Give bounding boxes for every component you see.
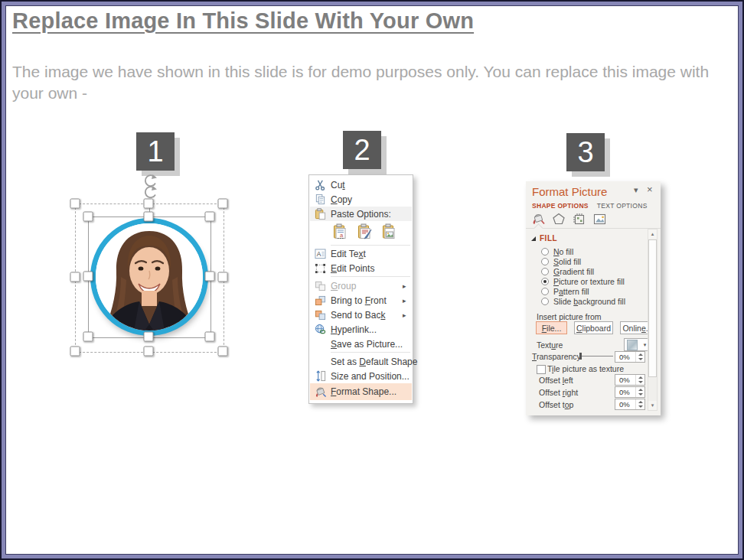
selection-handle[interactable] xyxy=(205,332,215,342)
menu-item-label: Format Shape... xyxy=(331,386,412,397)
selection-handle[interactable] xyxy=(83,332,93,342)
submenu-arrow-icon: ▸ xyxy=(403,311,412,319)
button-label: Clipboard xyxy=(576,324,611,333)
panel-icon-row xyxy=(532,213,606,225)
menu-item-hyperlink[interactable]: Hyperlink... xyxy=(310,322,412,337)
step-badge-2: 2 xyxy=(343,131,381,169)
page-description: The image we have shown in this slide is… xyxy=(12,61,730,104)
edit-text-icon: A xyxy=(310,249,331,259)
size-properties-icon[interactable] xyxy=(573,213,586,225)
spinner-value: 0% xyxy=(619,388,630,396)
menu-item-label: Send to Back xyxy=(331,310,403,321)
offset-right-label: Offset right xyxy=(539,388,578,397)
radio-solid-fill[interactable]: Solid fill xyxy=(541,257,581,266)
offset-left-label: Offset left xyxy=(539,376,573,385)
selected-picture[interactable] xyxy=(90,218,208,336)
clipboard-button[interactable]: Clipboard xyxy=(574,321,613,334)
copy-icon xyxy=(310,194,331,205)
radio-icon xyxy=(541,288,549,295)
menu-item-label: Group xyxy=(331,281,403,291)
menu-item-size-and-position[interactable]: Size and Position... xyxy=(310,369,412,383)
selection-handle[interactable] xyxy=(83,272,93,282)
spin-down-icon[interactable] xyxy=(636,392,644,398)
paste-options-row: a xyxy=(331,222,399,242)
radio-gradient-fill[interactable]: Gradient fill xyxy=(541,267,594,276)
spin-down-icon[interactable] xyxy=(636,405,644,410)
selection-handle[interactable] xyxy=(70,199,80,209)
paste-icon xyxy=(310,208,331,220)
size-and-position-icon xyxy=(310,370,331,382)
menu-item-edit-text[interactable]: A Edit Text xyxy=(310,246,412,261)
submenu-arrow-icon: ▸ xyxy=(403,297,412,304)
fill-section-header[interactable]: FILL xyxy=(531,234,557,243)
menu-item-send-to-back[interactable]: Send to Back ▸ xyxy=(310,308,412,322)
file-button[interactable]: File... xyxy=(536,321,567,334)
radio-pattern-fill[interactable]: Pattern fill xyxy=(541,287,589,296)
send-to-back-icon xyxy=(310,310,331,321)
selection-handle[interactable] xyxy=(144,199,154,209)
selection-handle[interactable] xyxy=(70,347,80,357)
spin-down-icon[interactable] xyxy=(636,357,644,363)
menu-item-format-shape[interactable]: Format Shape... xyxy=(310,383,412,400)
selection-handle[interactable] xyxy=(205,212,215,222)
paste-use-destination-theme-icon[interactable] xyxy=(355,222,374,242)
spinner-value: 0% xyxy=(619,376,630,384)
menu-item-cut[interactable]: Cut xyxy=(310,177,412,192)
effects-icon[interactable] xyxy=(553,213,565,225)
menu-item-paste-options[interactable]: Paste Options: xyxy=(310,207,412,221)
selection-handle[interactable] xyxy=(218,347,228,357)
selection-handle[interactable] xyxy=(205,272,215,282)
menu-item-copy[interactable]: Copy xyxy=(310,192,412,207)
offset-left-spinner[interactable]: 0% xyxy=(615,374,645,386)
offset-right-spinner[interactable]: 0% xyxy=(615,386,645,398)
menu-item-set-as-default-shape[interactable]: Set as Default Shape xyxy=(310,354,412,369)
scroll-down-icon[interactable]: ▾ xyxy=(648,401,657,410)
spinner-buttons xyxy=(635,399,644,409)
menu-item-save-as-picture[interactable]: Save as Picture... xyxy=(310,337,412,351)
scroll-up-icon[interactable]: ▴ xyxy=(648,230,657,239)
transparency-slider-track[interactable] xyxy=(582,356,613,357)
svg-text:A: A xyxy=(317,250,321,258)
radio-label: No fill xyxy=(553,247,573,256)
edit-points-icon xyxy=(310,263,331,274)
selection-handle[interactable] xyxy=(218,272,228,282)
step-number: 1 xyxy=(147,135,163,168)
menu-item-label: Set as Default Shape xyxy=(331,357,417,367)
menu-item-label: Cut xyxy=(331,180,412,190)
radio-no-fill[interactable]: No fill xyxy=(541,247,573,256)
tile-picture-checkbox[interactable] xyxy=(537,365,546,374)
insert-picture-from-label: Insert picture from xyxy=(537,312,602,321)
menu-separator xyxy=(331,245,410,246)
paste-keep-source-formatting-icon[interactable]: a xyxy=(331,222,350,242)
radio-slide-background-fill[interactable]: Slide background fill xyxy=(541,297,625,306)
selection-handle[interactable] xyxy=(144,212,154,222)
close-icon[interactable]: × xyxy=(647,184,653,195)
selection-handle[interactable] xyxy=(218,199,228,209)
radio-label: Solid fill xyxy=(553,257,581,266)
panel-scrollbar[interactable]: ▴ ▾ xyxy=(648,229,658,411)
transparency-slider-handle[interactable] xyxy=(579,353,582,360)
tab-shape-options[interactable]: SHAPE OPTIONS xyxy=(532,202,589,210)
transparency-spinner[interactable]: 0% xyxy=(615,351,645,363)
menu-item-label: Edit Text xyxy=(331,249,412,259)
menu-item-bring-to-front[interactable]: Bring to Front ▸ xyxy=(310,293,412,308)
scrollbar-thumb[interactable] xyxy=(648,239,657,377)
radio-icon xyxy=(541,298,549,305)
radio-picture-or-texture-fill[interactable]: Picture or texture fill xyxy=(541,277,625,286)
menu-item-label: Hyperlink... xyxy=(331,324,412,335)
tab-text-options[interactable]: TEXT OPTIONS xyxy=(597,202,648,210)
portrait-photo xyxy=(96,223,203,330)
radio-icon xyxy=(541,258,549,265)
selection-handle[interactable] xyxy=(83,212,93,222)
selection-handle[interactable] xyxy=(144,332,154,342)
spin-down-icon[interactable] xyxy=(636,380,644,386)
panel-dropdown-icon[interactable]: ▾ xyxy=(634,185,638,195)
page-title: Replace Image In This Slide With Your Ow… xyxy=(12,8,474,34)
menu-item-edit-points[interactable]: Edit Points xyxy=(310,261,412,275)
selection-handle[interactable] xyxy=(144,347,154,357)
offset-top-spinner[interactable]: 0% xyxy=(615,399,645,410)
selection-handle[interactable] xyxy=(70,272,80,282)
picture-icon[interactable] xyxy=(593,213,606,225)
menu-item-label: Bring to Front xyxy=(331,295,403,306)
paste-as-picture-icon[interactable] xyxy=(380,222,399,242)
